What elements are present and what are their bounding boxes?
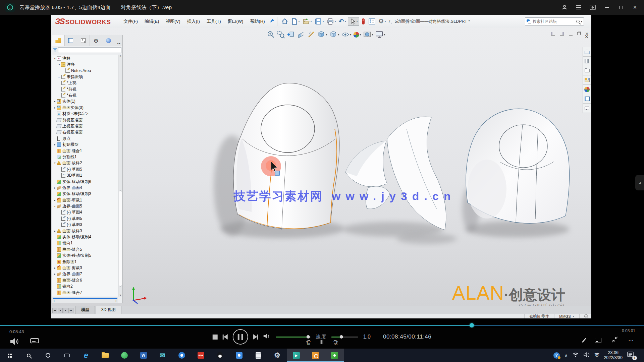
status-units[interactable]: MMGS [559, 314, 571, 318]
undo-icon[interactable]: ↶▾ [338, 17, 347, 25]
feature-tree-item[interactable]: 3D草图1 [52, 172, 118, 178]
taskbar-qq-app[interactable] [210, 349, 229, 362]
menu-item[interactable]: 插入(I) [184, 17, 203, 26]
previous-button[interactable] [223, 334, 228, 340]
feature-tree-item[interactable]: 前视基准面 [52, 117, 118, 123]
tab-displaymanager[interactable] [102, 35, 115, 46]
expand-arrow-icon[interactable]: ▸ [53, 199, 57, 202]
more-icon[interactable]: ⋯ [628, 337, 634, 344]
feature-tree-item[interactable]: ▾ 注释 [52, 61, 118, 67]
feature-tree-item[interactable]: (-) 草图4 [52, 209, 118, 216]
tab-nav-buttons[interactable]: ◂◂◂▸▸▸ [52, 308, 73, 313]
feature-tree-item[interactable]: ▸ 实体(1) [52, 99, 118, 105]
feature-tree-item[interactable]: 原点 [52, 135, 118, 141]
tab-configurationmanager[interactable] [77, 35, 90, 46]
taskbar-task-view-button[interactable] [57, 349, 76, 362]
feature-tree-item[interactable]: ▸ 边界-曲面7 [52, 271, 118, 277]
taskbar-file-explorer[interactable] [96, 349, 115, 362]
taskbar-flower-app[interactable] [229, 349, 249, 362]
feature-tree-item[interactable]: 上视基准面 [52, 123, 118, 129]
search-input[interactable] [533, 19, 575, 24]
taskpane-close-icon[interactable]: × [585, 33, 589, 41]
scrollbar-thumb[interactable] [119, 190, 122, 287]
feature-tree-item[interactable]: ▾ 注解 [52, 55, 118, 61]
maximize-button[interactable] [615, 2, 627, 13]
feature-tree-item[interactable]: ▾ 曲面-放样2 [52, 160, 118, 166]
expand-arrow-icon[interactable]: ▸ [53, 266, 57, 269]
taskbar-notepad-app[interactable] [249, 349, 268, 362]
feature-tree-item[interactable]: *右视 [52, 92, 118, 98]
taskbar-green-app[interactable] [115, 349, 134, 362]
menu-item[interactable]: 视图(V) [162, 17, 183, 26]
section-view-icon[interactable] [297, 30, 305, 39]
feature-tree-item[interactable]: (-) 草图3 [52, 222, 118, 228]
menu-item[interactable]: 工具(T) [203, 17, 224, 26]
traffic-light-icon[interactable] [360, 17, 367, 26]
feature-tree-item[interactable]: ▸ 曲面-剪裁1 [52, 197, 118, 203]
feature-tree-item[interactable]: 右视基准面 [52, 129, 118, 135]
feature-tree-item[interactable]: 镜向1 [52, 240, 118, 246]
feature-tree-item[interactable]: 材质 <未指定> [52, 111, 118, 117]
zoom-fit-icon[interactable] [266, 30, 275, 39]
skip-forward-button[interactable]: ↷30 [333, 339, 338, 345]
next-button[interactable] [253, 334, 258, 340]
taskbar-settings-app[interactable]: ⚙ [268, 349, 287, 362]
feature-tree-item[interactable]: 实体-移动/复制6 [52, 179, 118, 185]
feature-tree-item[interactable]: 曲面-缝合1 [52, 148, 118, 154]
feature-tree-item[interactable]: *上视 [52, 80, 118, 86]
select-icon[interactable]: ▾ [348, 17, 359, 26]
taskbar-player-app[interactable]: ▶ [287, 349, 306, 362]
mini-pause-button[interactable] [321, 340, 323, 344]
menu-item[interactable]: 编辑(E) [141, 17, 162, 26]
playlist-toggle[interactable]: ◂ [635, 175, 644, 190]
expand-arrow-icon[interactable]: ▸ [53, 100, 57, 103]
save-icon[interactable]: ▾ [314, 17, 325, 26]
apply-scene-icon[interactable]: ▾ [363, 30, 373, 39]
taskbar-search-button[interactable] [19, 349, 38, 362]
language-indicator[interactable]: 英 [594, 352, 599, 358]
feature-tree-item[interactable]: ▸ 曲面-放样3 [52, 228, 118, 234]
expand-arrow-icon[interactable]: ▾ [53, 162, 57, 165]
expand-arrow-icon[interactable]: ▸ [53, 143, 57, 146]
open-document-icon[interactable]: ▾ [302, 17, 313, 26]
video-frame[interactable]: ЗS SOLIDWORKS 文件(F)编辑(E)视图(V)插入(I)工具(T)窗… [0, 15, 644, 323]
taskbar-edge-browser[interactable]: e [76, 349, 96, 362]
filter-input[interactable] [58, 47, 121, 53]
feature-tree-item[interactable]: (-) 草图5 [52, 216, 118, 222]
expand-arrow-icon[interactable]: ▸ [53, 273, 57, 276]
feature-tree-item[interactable]: 曲面-缝合7 [52, 290, 118, 296]
expand-arrow-icon[interactable]: ▸ [53, 106, 57, 109]
feature-tree-item[interactable]: ▸ 曲面-剪裁3 [52, 265, 118, 271]
feature-tree-item[interactable]: 实体-移动/复制3 [52, 191, 118, 197]
expand-arrow-icon[interactable]: ▾ [57, 63, 61, 66]
user-icon[interactable] [559, 2, 570, 13]
feature-tree-item[interactable]: (-) 草图5 [52, 166, 118, 172]
view-palette-icon[interactable] [583, 75, 591, 85]
pane-left-icon[interactable] [551, 32, 555, 36]
feature-tree-item[interactable]: ▸ 边界-曲面4 [52, 185, 118, 191]
edit-appearance-icon[interactable]: ▾ [353, 32, 361, 38]
tab-dimxpertmanager[interactable]: ⊕ [90, 35, 103, 46]
progress-bar[interactable] [0, 323, 644, 328]
search-caret-icon[interactable]: ▾ [581, 20, 582, 23]
view-settings-icon[interactable]: ▾ [375, 30, 385, 39]
progress-knob[interactable] [470, 323, 474, 327]
minimize-button[interactable] [601, 2, 612, 13]
help-tray-icon[interactable]: ? [553, 352, 560, 359]
forum-icon[interactable] [583, 104, 591, 113]
file-explorer-icon[interactable] [583, 66, 591, 75]
feature-tree-item[interactable]: 镜向2 [52, 283, 118, 289]
feature-tree-item[interactable]: 实体-移动/复制5 [52, 253, 118, 259]
pane-right-icon[interactable] [560, 32, 564, 36]
menu-item[interactable]: 帮助(H) [247, 17, 268, 26]
stop-button[interactable] [213, 335, 218, 340]
subtitle-icon[interactable] [595, 338, 601, 343]
view-tab[interactable]: 模型 [75, 306, 95, 314]
feature-tree-item[interactable]: 曲面-缝合5 [52, 246, 118, 252]
action-center-icon[interactable]: 1 [627, 352, 635, 359]
feature-tree-item[interactable]: → 未指派项 [52, 74, 118, 80]
feature-tree-item[interactable]: ▸ 初始模型 [52, 141, 118, 147]
feature-tree-item[interactable]: ▸ 曲面实体(3) [52, 105, 118, 111]
search-box[interactable]: ▾ [525, 17, 584, 25]
feature-tree-item[interactable]: Notes Area [52, 68, 118, 74]
